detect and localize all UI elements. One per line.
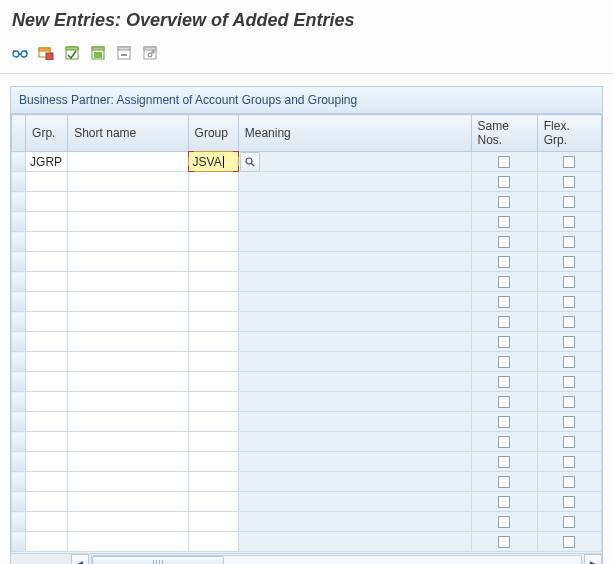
cell-group[interactable] xyxy=(188,332,238,352)
cell-same-nos[interactable] xyxy=(471,272,537,292)
scroll-track[interactable] xyxy=(91,555,582,564)
row-selector[interactable] xyxy=(12,252,26,272)
row-selector[interactable] xyxy=(12,212,26,232)
cell-same-nos[interactable] xyxy=(471,452,537,472)
checkbox[interactable] xyxy=(563,296,575,308)
checkbox[interactable] xyxy=(563,336,575,348)
cell-flex-grp[interactable] xyxy=(537,372,601,392)
cell-group[interactable] xyxy=(188,452,238,472)
cell-grp[interactable] xyxy=(26,372,68,392)
cell-same-nos[interactable] xyxy=(471,152,537,172)
checkbox[interactable] xyxy=(563,496,575,508)
cell-grp[interactable] xyxy=(26,432,68,452)
cell-group[interactable] xyxy=(188,192,238,212)
cell-flex-grp[interactable] xyxy=(537,272,601,292)
cell-same-nos[interactable] xyxy=(471,192,537,212)
checkbox[interactable] xyxy=(498,356,510,368)
row-selector[interactable] xyxy=(12,452,26,472)
cell-group[interactable] xyxy=(188,292,238,312)
cell-group[interactable] xyxy=(188,512,238,532)
cell-short-name[interactable] xyxy=(68,372,188,392)
checkbox[interactable] xyxy=(498,216,510,228)
cell-flex-grp[interactable] xyxy=(537,512,601,532)
col-flex-grp[interactable]: Flex. Grp. xyxy=(537,115,601,152)
row-selector[interactable] xyxy=(12,472,26,492)
cell-grp[interactable] xyxy=(26,392,68,412)
checkbox[interactable] xyxy=(563,416,575,428)
cell-flex-grp[interactable] xyxy=(537,312,601,332)
col-grp[interactable]: Grp. xyxy=(26,115,68,152)
checkbox[interactable] xyxy=(563,256,575,268)
row-selector-header[interactable] xyxy=(12,115,26,152)
cell-flex-grp[interactable] xyxy=(537,292,601,312)
row-selector[interactable] xyxy=(12,352,26,372)
checkbox[interactable] xyxy=(563,356,575,368)
cell-short-name[interactable] xyxy=(68,352,188,372)
checkbox[interactable] xyxy=(498,316,510,328)
row-selector[interactable] xyxy=(12,512,26,532)
row-selector[interactable] xyxy=(12,532,26,552)
cell-flex-grp[interactable] xyxy=(537,332,601,352)
cell-short-name[interactable] xyxy=(68,212,188,232)
checkbox[interactable] xyxy=(498,476,510,488)
cell-grp[interactable] xyxy=(26,292,68,312)
checkbox[interactable] xyxy=(563,376,575,388)
col-group[interactable]: Group xyxy=(188,115,238,152)
cell-grp[interactable] xyxy=(26,272,68,292)
row-selector[interactable] xyxy=(12,432,26,452)
cell-group[interactable] xyxy=(188,352,238,372)
cell-same-nos[interactable] xyxy=(471,232,537,252)
cell-flex-grp[interactable] xyxy=(537,452,601,472)
cell-group[interactable]: JSVA xyxy=(188,152,238,172)
glasses-icon[interactable] xyxy=(10,43,30,63)
checkbox[interactable] xyxy=(498,516,510,528)
cell-short-name[interactable] xyxy=(68,332,188,352)
checkbox[interactable] xyxy=(498,436,510,448)
cell-group[interactable] xyxy=(188,432,238,452)
row-selector[interactable] xyxy=(12,412,26,432)
cell-short-name[interactable] xyxy=(68,532,188,552)
cell-grp[interactable] xyxy=(26,212,68,232)
delimit-icon[interactable] xyxy=(36,43,56,63)
checkbox[interactable] xyxy=(498,156,510,168)
cell-flex-grp[interactable] xyxy=(537,532,601,552)
cell-short-name[interactable] xyxy=(68,232,188,252)
cell-grp[interactable] xyxy=(26,472,68,492)
checkbox[interactable] xyxy=(498,236,510,248)
cell-flex-grp[interactable] xyxy=(537,212,601,232)
checkbox[interactable] xyxy=(563,216,575,228)
checkbox[interactable] xyxy=(498,536,510,548)
cell-flex-grp[interactable] xyxy=(537,232,601,252)
cell-flex-grp[interactable] xyxy=(537,412,601,432)
cell-short-name[interactable] xyxy=(68,472,188,492)
checkbox[interactable] xyxy=(563,316,575,328)
cell-flex-grp[interactable] xyxy=(537,432,601,452)
cell-grp[interactable] xyxy=(26,452,68,472)
cell-group[interactable] xyxy=(188,472,238,492)
cell-grp[interactable] xyxy=(26,512,68,532)
cell-same-nos[interactable] xyxy=(471,332,537,352)
cell-group[interactable] xyxy=(188,212,238,232)
row-selector[interactable] xyxy=(12,312,26,332)
scroll-right-icon[interactable]: ► xyxy=(584,554,602,564)
cell-same-nos[interactable] xyxy=(471,492,537,512)
cell-flex-grp[interactable] xyxy=(537,352,601,372)
cell-group[interactable] xyxy=(188,232,238,252)
checkbox[interactable] xyxy=(563,476,575,488)
cell-grp[interactable] xyxy=(26,492,68,512)
cell-same-nos[interactable] xyxy=(471,292,537,312)
cell-grp[interactable] xyxy=(26,412,68,432)
row-selector[interactable] xyxy=(12,152,26,172)
cell-grp[interactable] xyxy=(26,352,68,372)
cell-same-nos[interactable] xyxy=(471,172,537,192)
cell-group[interactable] xyxy=(188,312,238,332)
cell-group[interactable] xyxy=(188,172,238,192)
cell-same-nos[interactable] xyxy=(471,212,537,232)
checkbox[interactable] xyxy=(498,376,510,388)
cell-short-name[interactable] xyxy=(68,512,188,532)
row-selector[interactable] xyxy=(12,192,26,212)
cell-grp[interactable] xyxy=(26,232,68,252)
checkbox[interactable] xyxy=(563,276,575,288)
checkbox[interactable] xyxy=(498,196,510,208)
cell-same-nos[interactable] xyxy=(471,252,537,272)
